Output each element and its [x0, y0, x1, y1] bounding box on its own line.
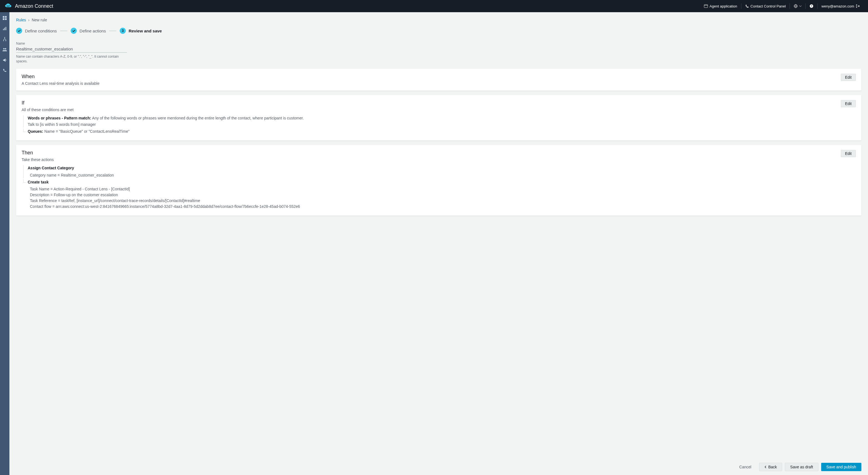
stepper: Define conditions Define actions 3 Revie…	[16, 28, 861, 34]
name-field: Name Realtime_customer_escalation Name c…	[16, 41, 127, 64]
connect-logo-icon	[4, 3, 12, 9]
phone-icon	[745, 4, 749, 8]
step-review-save: 3 Review and save	[120, 28, 162, 34]
dashboard-icon[interactable]	[2, 16, 7, 21]
check-icon	[16, 28, 22, 34]
condition-words-phrases: Words or phrases - Pattern match: Any of…	[23, 115, 856, 127]
analytics-icon[interactable]	[2, 26, 7, 31]
cond1-label: Words or phrases - Pattern match:	[28, 116, 91, 120]
top-header: Amazon Connect Agent application Contact…	[0, 0, 868, 12]
chevron-right-icon: ›	[28, 18, 30, 22]
svg-point-18	[5, 48, 6, 50]
name-hint: Name can contain characters A-Z, 0-9, or…	[16, 54, 127, 64]
step3-label: Review and save	[129, 29, 162, 33]
if-card: If All of these conditions are met Edit …	[16, 95, 861, 141]
left-nav-rail	[0, 12, 9, 242]
svg-rect-13	[5, 27, 6, 30]
if-title: If	[22, 100, 841, 106]
action2-line3: Task Reference = taskRef, [instance_url]…	[30, 198, 856, 204]
users-icon[interactable]	[2, 47, 7, 52]
when-text: A Contact Lens real-time analysis is ava…	[22, 81, 841, 86]
when-title: When	[22, 74, 841, 80]
product-name: Amazon Connect	[15, 3, 53, 9]
phone-nav-icon[interactable]	[2, 68, 7, 73]
name-label: Name	[16, 41, 127, 46]
if-edit-button[interactable]: Edit	[841, 100, 856, 107]
step-connector	[109, 31, 116, 31]
header-right: Agent application Contact Control Panel …	[700, 3, 864, 9]
svg-rect-0	[704, 5, 708, 8]
help-link[interactable]: ?	[806, 4, 817, 8]
svg-point-17	[3, 48, 5, 50]
check-icon	[71, 28, 77, 34]
step2-label: Define actions	[80, 29, 106, 33]
condition-queues: Queues: Name = "BasicQueue" or "ContactL…	[23, 128, 856, 135]
then-title: Then	[22, 150, 841, 156]
name-value: Realtime_customer_escalation	[16, 46, 127, 53]
then-edit-button[interactable]: Edit	[841, 150, 856, 157]
agent-application-label: Agent application	[710, 4, 737, 8]
main-content: Rules › New rule Define conditions Defin…	[9, 12, 868, 242]
svg-rect-11	[3, 29, 4, 30]
globe-icon	[794, 4, 798, 8]
logo-area: Amazon Connect	[4, 3, 53, 9]
cond2-text: Name = "BasicQueue" or "ContactLensRealT…	[43, 129, 130, 133]
svg-rect-8	[5, 16, 7, 18]
when-card: When A Contact Lens real-time analysis i…	[16, 69, 861, 91]
action-assign-category: Assign Contact Category Category name = …	[23, 165, 856, 178]
then-actions-tree: Assign Contact Category Category name = …	[22, 165, 856, 209]
svg-rect-9	[3, 18, 4, 20]
user-email: weny@amazon.com	[822, 4, 854, 8]
then-subtitle: Take these actions	[22, 157, 841, 162]
breadcrumb-current: New rule	[32, 18, 47, 22]
user-menu[interactable]: weny@amazon.com	[817, 4, 864, 8]
ccp-link[interactable]: Contact Control Panel	[741, 4, 789, 8]
then-card: Then Take these actions Edit Assign Cont…	[16, 145, 861, 216]
action-create-task: Create task Task Name = Action-Required …	[23, 179, 856, 209]
language-selector[interactable]	[790, 4, 805, 8]
step1-label: Define conditions	[25, 29, 57, 33]
cond1-text: Any of the following words or phrases we…	[91, 116, 304, 120]
step-define-conditions: Define conditions	[16, 28, 57, 34]
svg-rect-12	[4, 28, 5, 30]
action1-title: Assign Contact Category	[28, 166, 74, 170]
svg-point-14	[4, 37, 5, 38]
action2-line2: Description = Follow-up on the customer …	[30, 192, 856, 198]
when-edit-button[interactable]: Edit	[841, 74, 856, 81]
svg-point-16	[5, 40, 6, 41]
action2-line4: Contact flow = arn:aws:connect:us-west-2…	[30, 204, 856, 209]
action2-line1: Task Name = Action-Required - Contact Le…	[30, 186, 856, 192]
cond1-detail: Talk to [is within 5 words from] manager	[28, 122, 856, 127]
step-connector	[60, 31, 67, 31]
svg-point-15	[3, 40, 4, 41]
action2-title: Create task	[28, 180, 49, 184]
logout-icon	[856, 4, 860, 8]
if-subtitle: All of these conditions are met	[22, 108, 841, 112]
if-conditions-tree: Words or phrases - Pattern match: Any of…	[22, 115, 856, 135]
announce-icon[interactable]	[2, 58, 7, 63]
ccp-label: Contact Control Panel	[750, 4, 786, 8]
step-define-actions: Define actions	[71, 28, 106, 34]
routing-icon[interactable]	[2, 37, 7, 41]
window-icon	[704, 4, 708, 8]
cond2-label: Queues:	[28, 129, 43, 133]
caret-down-icon	[799, 5, 802, 7]
help-icon: ?	[810, 4, 813, 8]
svg-rect-10	[5, 18, 7, 20]
step3-number: 3	[120, 28, 126, 34]
breadcrumb: Rules › New rule	[16, 18, 861, 22]
svg-text:?: ?	[811, 5, 812, 7]
breadcrumb-rules-link[interactable]: Rules	[16, 18, 26, 22]
svg-rect-7	[3, 16, 4, 18]
agent-application-link[interactable]: Agent application	[700, 4, 741, 8]
action1-line1: Category name = Realtime_customer_escala…	[28, 172, 856, 178]
